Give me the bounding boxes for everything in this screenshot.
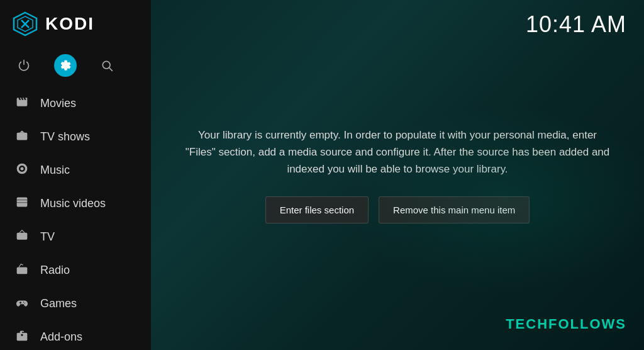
tv-label: TV [40, 230, 55, 244]
svg-line-7 [109, 68, 113, 71]
radio-icon [15, 262, 29, 278]
sidebar-item-tvshows[interactable]: TV shows [0, 120, 151, 154]
svg-line-2 [21, 20, 25, 24]
action-buttons: Enter files section Remove this main men… [184, 196, 611, 223]
enter-files-button[interactable]: Enter files section [265, 196, 369, 223]
svg-point-14 [19, 269, 21, 271]
movies-label: Movies [40, 97, 76, 110]
tv-icon [15, 229, 29, 245]
svg-rect-9 [17, 198, 28, 207]
settings-button[interactable] [54, 54, 77, 77]
svg-line-5 [25, 24, 29, 28]
addons-icon [15, 329, 29, 345]
music-videos-icon [15, 196, 29, 212]
search-button[interactable] [96, 54, 118, 77]
music-icon [15, 162, 29, 178]
watermark: TECHFOLLOWS [506, 316, 626, 332]
sidebar: KODI Movies [0, 0, 151, 350]
sidebar-item-radio[interactable]: Radio [0, 254, 151, 287]
svg-point-21 [25, 303, 25, 303]
empty-library-box: Your library is currently empty. In orde… [171, 114, 624, 237]
sidebar-item-games[interactable]: Games [0, 287, 151, 320]
music-label: Music [40, 164, 70, 177]
games-icon [15, 296, 29, 312]
power-button[interactable] [13, 54, 35, 77]
sidebar-item-addons[interactable]: Add-ons [0, 320, 151, 350]
sidebar-nav: Movies TV shows Music [0, 87, 151, 350]
main-content: 10:41 AM Your library is currently empty… [151, 0, 644, 350]
sidebar-item-musicvideos[interactable]: Music videos [0, 187, 151, 220]
movies-icon [15, 96, 29, 111]
svg-rect-12 [17, 233, 28, 240]
tv-shows-icon [15, 129, 29, 145]
kodi-logo [13, 11, 38, 37]
empty-library-message: Your library is currently empty. In orde… [184, 127, 611, 178]
sidebar-item-movies[interactable]: Movies [0, 87, 151, 120]
remove-menu-item-button[interactable]: Remove this main menu item [379, 196, 530, 223]
svg-rect-8 [17, 133, 28, 140]
svg-line-4 [25, 20, 29, 24]
app-title: KODI [45, 14, 94, 34]
time-display: 10:41 AM [526, 11, 626, 38]
svg-point-20 [23, 302, 24, 302]
svg-line-3 [21, 24, 25, 28]
sidebar-item-tv[interactable]: TV [0, 220, 151, 254]
radio-label: Radio [40, 264, 70, 277]
musicvideos-label: Music videos [40, 197, 106, 210]
games-label: Games [40, 297, 77, 310]
tvshows-label: TV shows [40, 130, 90, 144]
addons-label: Add-ons [40, 330, 82, 344]
sidebar-icon-row [0, 48, 151, 87]
sidebar-header: KODI [0, 0, 151, 48]
sidebar-item-music[interactable]: Music [0, 154, 151, 187]
